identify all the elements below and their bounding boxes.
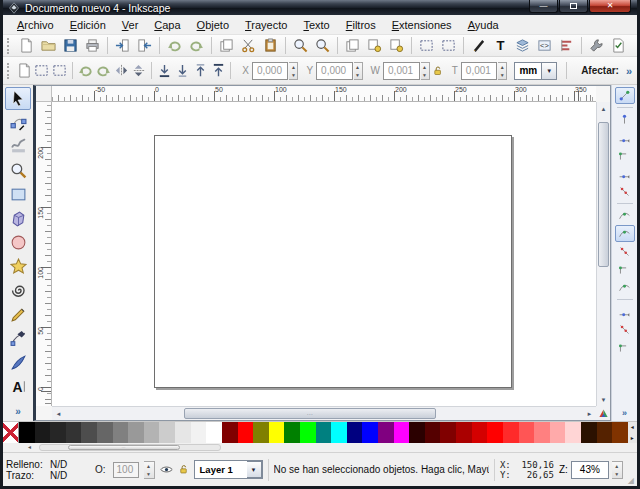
palette-swatch[interactable] bbox=[81, 422, 97, 443]
palette-swatch[interactable] bbox=[378, 422, 394, 443]
calligraphy-tool[interactable] bbox=[5, 351, 31, 374]
palette-swatch[interactable] bbox=[191, 422, 207, 443]
palette-swatch[interactable] bbox=[550, 422, 566, 443]
scroll-down-arrow[interactable]: ▼ bbox=[597, 393, 610, 406]
snap-nodes-button[interactable] bbox=[615, 207, 635, 224]
title-bar[interactable]: Documento nuevo 4 - Inkscape — ✕ bbox=[3, 0, 637, 15]
duplicate-button[interactable] bbox=[342, 36, 363, 56]
zoom-spinner-up[interactable]: ▲ bbox=[612, 462, 622, 470]
canvas-area[interactable] bbox=[52, 102, 596, 406]
palette-swatch[interactable] bbox=[144, 422, 160, 443]
selector-tool[interactable] bbox=[5, 87, 31, 110]
palette-swatch[interactable] bbox=[456, 422, 472, 443]
snap-bbox-corners-button[interactable] bbox=[615, 147, 635, 164]
star-tool[interactable] bbox=[5, 255, 31, 278]
w-spinner-down[interactable]: ▼ bbox=[421, 71, 429, 79]
flip-vertical-button[interactable] bbox=[130, 61, 147, 81]
palette-swatch[interactable] bbox=[487, 422, 503, 443]
palette-swatch[interactable] bbox=[206, 422, 222, 443]
layers-dialog-button[interactable] bbox=[512, 36, 533, 56]
snap-enable-button[interactable] bbox=[615, 87, 635, 104]
x-spinner-down[interactable]: ▼ bbox=[289, 71, 297, 79]
box3d-tool[interactable] bbox=[5, 207, 31, 230]
scroll-right-arrow[interactable]: ► bbox=[583, 407, 596, 420]
opacity-spinner[interactable]: ▲▼ bbox=[144, 461, 155, 479]
palette-swatch[interactable] bbox=[113, 422, 129, 443]
palette-swatch[interactable] bbox=[159, 422, 175, 443]
palette-scroll-right[interactable]: ► bbox=[628, 433, 637, 444]
snap-path-intersections-button[interactable] bbox=[615, 243, 635, 260]
menu-item-archivo[interactable]: Archivo bbox=[9, 17, 62, 33]
text-dialog-button[interactable] bbox=[490, 36, 511, 56]
opacity-spinner-up[interactable]: ▲ bbox=[144, 462, 154, 470]
snap-bbox-button[interactable] bbox=[615, 111, 635, 128]
xml-editor-button[interactable] bbox=[534, 36, 555, 56]
print-button[interactable] bbox=[82, 36, 103, 56]
y-field[interactable]: 0,000 bbox=[316, 62, 352, 80]
palette-swatch[interactable] bbox=[50, 422, 66, 443]
fill-stroke-indicator[interactable]: Relleno: N/D Trazo: N/D bbox=[6, 459, 76, 481]
palette-swatch[interactable] bbox=[597, 422, 613, 443]
save-document-button[interactable] bbox=[60, 36, 81, 56]
minimize-button[interactable]: — bbox=[529, 0, 558, 13]
unit-dropdown-arrow[interactable]: ▼ bbox=[542, 62, 557, 80]
snap-object-centers-button[interactable] bbox=[615, 321, 635, 338]
menu-item-objeto[interactable]: Objeto bbox=[189, 17, 237, 33]
palette-swatch[interactable] bbox=[347, 422, 363, 443]
x-spinner-up[interactable]: ▲ bbox=[289, 63, 297, 71]
rotate-ccw-button[interactable] bbox=[77, 61, 94, 81]
copy-button[interactable] bbox=[216, 36, 237, 56]
opacity-spinner-down[interactable]: ▼ bbox=[144, 470, 154, 478]
node-tool[interactable] bbox=[5, 111, 31, 134]
unit-selector[interactable]: mm▼ bbox=[514, 62, 557, 80]
zoom-spinner-down[interactable]: ▼ bbox=[612, 470, 622, 478]
select-all-button[interactable] bbox=[16, 61, 33, 81]
flip-horizontal-button[interactable] bbox=[113, 61, 130, 81]
raise-button[interactable] bbox=[192, 61, 209, 81]
snap-smooth-nodes-button[interactable] bbox=[615, 279, 635, 296]
zoom-tool[interactable] bbox=[5, 159, 31, 182]
palette-swatch[interactable] bbox=[238, 422, 254, 443]
tool-controls-overflow-button[interactable]: » bbox=[626, 65, 632, 77]
spiral-tool[interactable] bbox=[5, 279, 31, 302]
palette-swatch[interactable] bbox=[472, 422, 488, 443]
t-spinner-up[interactable]: ▲ bbox=[498, 63, 506, 71]
lower-button[interactable] bbox=[174, 61, 191, 81]
close-button[interactable]: ✕ bbox=[589, 0, 631, 13]
palette-swatch[interactable] bbox=[175, 422, 191, 443]
t-field[interactable]: 0,001 bbox=[461, 62, 497, 80]
palette-swatch[interactable] bbox=[565, 422, 581, 443]
maximize-button[interactable] bbox=[559, 0, 588, 13]
y-spinner[interactable]: ▲▼ bbox=[354, 62, 363, 80]
palette-swatch[interactable] bbox=[612, 422, 628, 443]
vertical-ruler[interactable]: 200150100500 bbox=[36, 102, 52, 406]
unlink-clone-button[interactable] bbox=[386, 36, 407, 56]
group-button[interactable] bbox=[416, 36, 437, 56]
x-field[interactable]: 0,000 bbox=[252, 62, 288, 80]
layer-lock-toggle[interactable] bbox=[178, 464, 189, 475]
paste-button[interactable] bbox=[260, 36, 281, 56]
toolbar-grip[interactable] bbox=[7, 38, 11, 54]
horizontal-ruler[interactable]: -50050100150200250300350 bbox=[52, 86, 596, 102]
snap-bbox-edge-midpoints-button[interactable] bbox=[615, 165, 635, 182]
deselect-button[interactable] bbox=[51, 61, 68, 81]
create-clone-button[interactable] bbox=[364, 36, 385, 56]
layer-dropdown-arrow[interactable]: ▼ bbox=[247, 461, 262, 478]
snap-paths-button[interactable] bbox=[615, 225, 635, 242]
zoom-spinner[interactable]: ▲▼ bbox=[612, 461, 623, 479]
palette-swatch[interactable] bbox=[503, 422, 519, 443]
palette-swatch-none[interactable] bbox=[3, 422, 19, 443]
export-button[interactable] bbox=[134, 36, 155, 56]
zoom-field[interactable]: 43% bbox=[571, 461, 609, 479]
palette-scrollbar[interactable]: ◄ ⋯ bbox=[3, 443, 637, 452]
palette-swatch[interactable] bbox=[394, 422, 410, 443]
palette-swatch[interactable] bbox=[581, 422, 597, 443]
rotate-cw-button[interactable] bbox=[95, 61, 112, 81]
toolbar-grip[interactable] bbox=[7, 63, 11, 79]
layer-selector[interactable]: Layer 1 ▼ bbox=[194, 460, 263, 479]
resize-grip[interactable]: ◢ bbox=[628, 476, 634, 486]
menu-item-filtros[interactable]: Filtros bbox=[338, 17, 384, 33]
palette-swatch[interactable] bbox=[316, 422, 332, 443]
palette-swatch[interactable] bbox=[19, 422, 35, 443]
t-spinner-down[interactable]: ▼ bbox=[498, 71, 506, 79]
